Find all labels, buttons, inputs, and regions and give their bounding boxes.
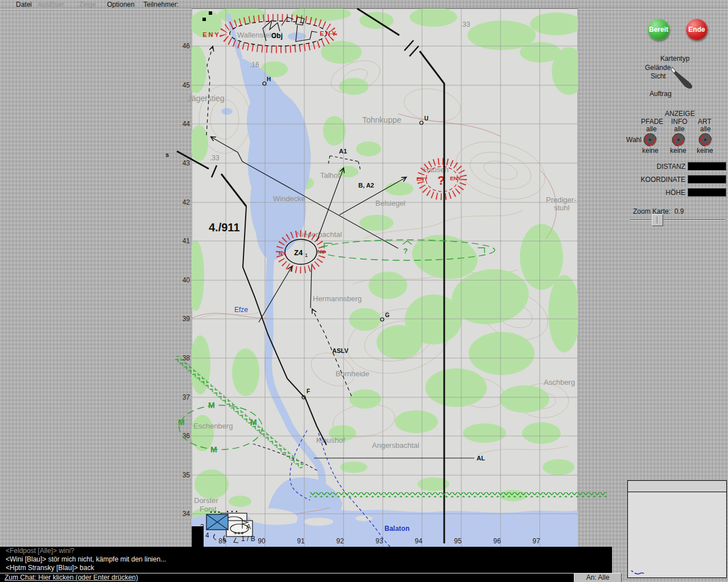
svg-text:41: 41 bbox=[183, 237, 191, 245]
art-alle-label: alle bbox=[700, 125, 711, 133]
unit-label: 1 / B bbox=[241, 535, 255, 543]
minefield-marker: M bbox=[178, 418, 185, 427]
menu-bar: Datei Auslöser Zeige Optionen Teilnehmer… bbox=[0, 0, 728, 8]
svg-text:40: 40 bbox=[183, 276, 191, 284]
svg-text:U: U bbox=[424, 115, 428, 122]
info-alle-label: alle bbox=[674, 125, 685, 133]
svg-text:AL: AL bbox=[477, 455, 485, 462]
map-type-option-terrain[interactable]: Gelände bbox=[645, 64, 671, 72]
svg-text:94: 94 bbox=[415, 537, 423, 545]
svg-text:B, A2: B, A2 bbox=[358, 182, 374, 189]
green-question-marker: ? bbox=[403, 247, 408, 255]
info-keine-label: keine bbox=[670, 147, 686, 155]
svg-text:F: F bbox=[307, 388, 310, 394]
svg-text:42: 42 bbox=[183, 198, 191, 206]
svg-text:Dorster: Dorster bbox=[194, 496, 218, 505]
svg-text:46: 46 bbox=[183, 42, 191, 50]
eny-label: ENY bbox=[416, 176, 428, 182]
svg-text:H: H bbox=[267, 76, 271, 82]
eny-label: ENY bbox=[450, 175, 461, 181]
svg-text:Belsiegel: Belsiegel bbox=[375, 199, 406, 207]
svg-text:92: 92 bbox=[336, 537, 344, 545]
svg-text:stuhl: stuhl bbox=[554, 203, 570, 212]
art-knob[interactable] bbox=[698, 132, 713, 147]
map-type-option-view[interactable]: Sicht bbox=[651, 72, 666, 80]
pfade-keine-label: keine bbox=[642, 147, 659, 155]
unit-label: 4 bbox=[205, 531, 209, 539]
obstacle-wire bbox=[310, 492, 607, 497]
note-panel[interactable] bbox=[627, 480, 727, 578]
svg-text:Forst: Forst bbox=[200, 505, 217, 513]
unit-symbol-friendly-mech-selected[interactable] bbox=[206, 512, 228, 530]
svg-text:A1: A1 bbox=[339, 148, 347, 155]
svg-text:Hermannsberg: Hermannsberg bbox=[313, 294, 362, 303]
svg-text:s: s bbox=[166, 151, 169, 158]
menu-optionen[interactable]: Optionen bbox=[107, 1, 135, 9]
coordinate-field bbox=[688, 175, 726, 184]
app-window: { "menu": { "items": [ {"label": "Datei"… bbox=[0, 0, 728, 582]
chat-prompt-bar[interactable]: Zum Chat: Hier klicken (oder Enter drück… bbox=[0, 573, 574, 582]
svg-text:90: 90 bbox=[258, 537, 266, 545]
svg-text:Tohnkuppe: Tohnkuppe bbox=[362, 115, 402, 124]
z4-label: Z4 bbox=[294, 248, 303, 257]
z4-sub-label: 1 bbox=[305, 252, 308, 258]
svg-text:34: 34 bbox=[183, 510, 191, 518]
minefield-marker: M bbox=[208, 401, 215, 410]
pfade-knob[interactable] bbox=[643, 132, 657, 147]
svg-text:Jägerstieg: Jägerstieg bbox=[188, 94, 225, 103]
svg-text:39: 39 bbox=[183, 315, 191, 323]
zoom-slider-handle[interactable] bbox=[652, 214, 663, 226]
ready-button[interactable]: Bereit bbox=[648, 19, 669, 40]
svg-text:95: 95 bbox=[454, 537, 462, 545]
svg-text:36: 36 bbox=[183, 432, 191, 440]
info-knob[interactable] bbox=[671, 132, 686, 147]
svg-text:93: 93 bbox=[375, 537, 383, 545]
svg-text:Prediger-: Prediger- bbox=[546, 196, 576, 204]
menu-teilnehmer[interactable]: Teilnehmer: bbox=[143, 1, 179, 9]
map-type-title: Kartentyp bbox=[660, 55, 689, 63]
ny-label: NY bbox=[279, 250, 287, 256]
display-col-pfade: PFADE bbox=[641, 118, 663, 126]
svg-text:Talhof: Talhof bbox=[320, 171, 340, 180]
zoom-slider-track[interactable] bbox=[630, 219, 725, 221]
zoom-value: 0.9 bbox=[675, 207, 684, 215]
art-keine-label: keine bbox=[697, 147, 713, 155]
minefield-marker: M bbox=[210, 445, 217, 454]
wahl-label: Wahl bbox=[626, 136, 642, 144]
svg-text:G: G bbox=[385, 312, 390, 318]
svg-text:Aschberg: Aschberg bbox=[544, 378, 575, 386]
company-boundary-label: 4./911 bbox=[209, 221, 240, 234]
svg-text:.16: .16 bbox=[250, 61, 259, 69]
menu-datei[interactable]: Datei bbox=[16, 1, 32, 9]
chat-message: <Feldpost [Alle]> wini? bbox=[0, 547, 612, 555]
distance-field bbox=[688, 162, 726, 171]
svg-text:Windecke: Windecke bbox=[273, 194, 305, 203]
end-button[interactable]: Ende bbox=[686, 19, 708, 40]
svg-text:43: 43 bbox=[183, 159, 191, 167]
pfade-alle-label: alle bbox=[646, 125, 657, 133]
svg-text:96: 96 bbox=[493, 537, 501, 545]
chat-recipient-button[interactable]: An: Alle bbox=[574, 573, 622, 582]
mission-button[interactable]: Auftrag bbox=[650, 90, 672, 98]
unit-label: A bbox=[246, 523, 251, 531]
pen-cursor-icon bbox=[671, 64, 696, 90]
svg-text:44: 44 bbox=[183, 120, 191, 128]
height-field bbox=[688, 188, 726, 197]
map-area[interactable]: 46 45 44 43 42 41 40 39 38 37 36 35 34 8… bbox=[0, 8, 627, 547]
display-col-info: INFO bbox=[671, 118, 688, 126]
chat-prompt-text[interactable]: Zum Chat: Hier klicken (oder Enter drück… bbox=[0, 573, 138, 581]
signature-scribble bbox=[630, 568, 647, 575]
svg-text:37: 37 bbox=[183, 393, 191, 401]
note-panel-header bbox=[628, 481, 726, 492]
svg-text:Balaton: Balaton bbox=[384, 525, 410, 533]
svg-text:35: 35 bbox=[183, 471, 191, 479]
chat-message: <Wini [Blau]> stör mich nicht, kämpfe mi… bbox=[0, 555, 612, 564]
display-title: ANZEIGE bbox=[665, 110, 695, 118]
svg-text:.33: .33 bbox=[461, 20, 470, 28]
eny-label: ENY bbox=[320, 30, 338, 37]
menu-zeige: Zeige bbox=[79, 1, 96, 9]
objective-label: Obj bbox=[271, 32, 283, 40]
svg-text:Angersbachtal: Angersbachtal bbox=[372, 441, 419, 450]
chat-history: <Feldpost [Alle]> wini? <Wini [Blau]> st… bbox=[0, 547, 612, 573]
svg-text:Wallenstein: Wallenstein bbox=[237, 31, 275, 39]
